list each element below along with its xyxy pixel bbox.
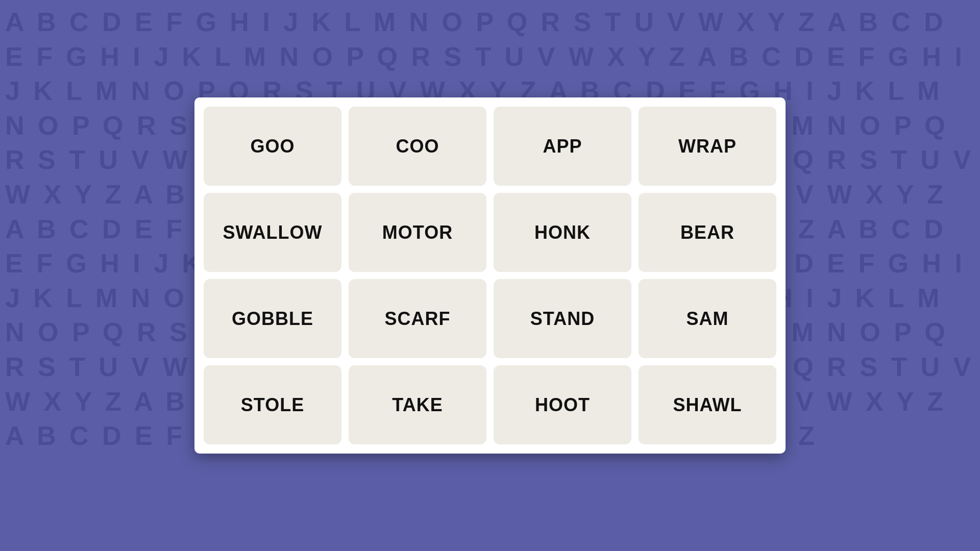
word-label-sam: SAM xyxy=(687,308,729,330)
word-label-take: TAKE xyxy=(392,394,443,416)
word-card-honk[interactable]: HONK xyxy=(494,193,631,272)
word-card-hoot[interactable]: HOOT xyxy=(494,365,631,444)
word-grid: GOOCOOAPPWRAPSWALLOWMOTORHONKBEARGOBBLES… xyxy=(204,107,776,444)
word-card-wrap[interactable]: WRAP xyxy=(639,107,776,186)
word-label-shawl: SHAWL xyxy=(673,394,742,416)
word-card-sam[interactable]: SAM xyxy=(639,279,776,358)
card-panel: GOOCOOAPPWRAPSWALLOWMOTORHONKBEARGOBBLES… xyxy=(194,97,786,454)
word-label-wrap: WRAP xyxy=(678,136,737,157)
word-card-shawl[interactable]: SHAWL xyxy=(639,365,776,444)
word-label-gobble: GOBBLE xyxy=(232,308,313,330)
word-card-stand[interactable]: STAND xyxy=(494,279,631,358)
word-label-stand: STAND xyxy=(530,308,595,330)
word-label-swallow: SWALLOW xyxy=(223,222,323,243)
word-label-app: APP xyxy=(543,136,582,157)
word-card-motor[interactable]: MOTOR xyxy=(349,193,486,272)
word-label-motor: MOTOR xyxy=(382,222,453,243)
word-label-coo: COO xyxy=(396,136,439,157)
word-card-scarf[interactable]: SCARF xyxy=(349,279,486,358)
word-label-scarf: SCARF xyxy=(385,308,451,330)
word-card-stole[interactable]: STOLE xyxy=(204,365,341,444)
word-card-gobble[interactable]: GOBBLE xyxy=(204,279,341,358)
word-label-bear: BEAR xyxy=(680,222,734,243)
word-card-bear[interactable]: BEAR xyxy=(639,193,776,272)
word-label-stole: STOLE xyxy=(241,394,304,416)
word-card-swallow[interactable]: SWALLOW xyxy=(204,193,341,272)
word-card-coo[interactable]: COO xyxy=(349,107,486,186)
word-card-goo[interactable]: GOO xyxy=(204,107,341,186)
word-label-hoot: HOOT xyxy=(535,394,590,416)
word-card-app[interactable]: APP xyxy=(494,107,631,186)
word-card-take[interactable]: TAKE xyxy=(349,365,486,444)
word-label-goo: GOO xyxy=(250,136,295,157)
word-label-honk: HONK xyxy=(534,222,591,243)
